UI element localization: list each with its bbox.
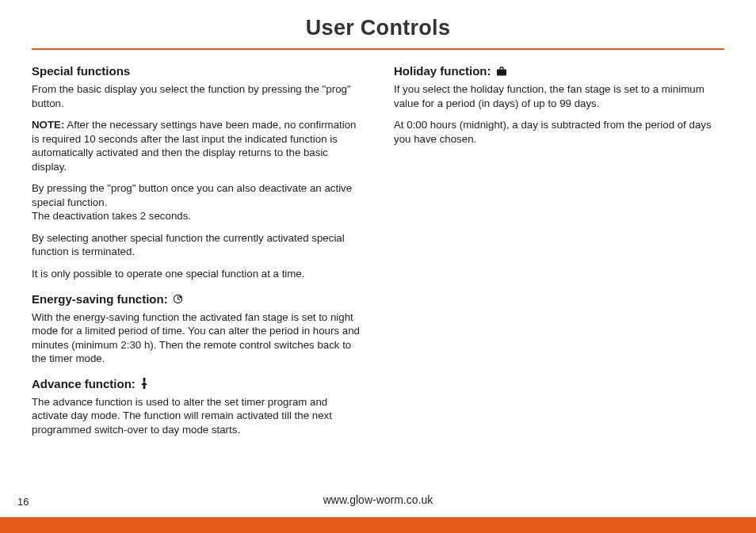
heading-advance: Advance function: — [32, 377, 362, 390]
paragraph: It is only possible to operate one speci… — [32, 267, 362, 281]
svg-marker-2 — [141, 382, 147, 385]
svg-rect-1 — [143, 378, 145, 382]
svg-rect-4 — [497, 69, 506, 75]
two-column-layout: Special functions From the basic display… — [32, 64, 724, 444]
note-label: NOTE: — [32, 119, 64, 131]
heading-energy-saving: Energy-saving function: — [32, 292, 362, 306]
paragraph: If you select the holiday function, the … — [394, 82, 724, 110]
line: The deactivation takes 2 seconds. — [32, 210, 191, 222]
heading-holiday: Holiday function: — [394, 64, 724, 78]
paragraph: From the basic display you select the fu… — [32, 82, 362, 110]
moon-clock-icon — [173, 294, 183, 304]
paragraph: By pressing the "prog" button once you c… — [32, 181, 362, 223]
paragraph: At 0:00 hours (midnight), a day is subtr… — [394, 118, 724, 146]
right-column: Holiday function: If you select the holi… — [394, 64, 724, 444]
suitcase-icon — [496, 67, 507, 76]
footer-accent-bar — [0, 517, 756, 533]
title-rule — [32, 48, 724, 50]
svg-rect-3 — [143, 385, 145, 389]
heading-text: Advance function: — [32, 377, 136, 390]
heading-text: Special functions — [32, 64, 130, 78]
document-page: User Controls Special functions From the… — [0, 0, 756, 533]
left-column: Special functions From the basic display… — [32, 64, 362, 444]
heading-text: Energy-saving function: — [32, 292, 168, 306]
page-title: User Controls — [32, 16, 724, 40]
page-number: 16 — [17, 496, 29, 508]
line: By pressing the "prog" button once you c… — [32, 182, 352, 208]
paragraph-note: NOTE: After the necessary settings have … — [32, 118, 362, 173]
note-body: After the necessary settings have been m… — [32, 119, 356, 173]
advance-icon — [140, 378, 148, 389]
paragraph: By selecting another special function th… — [32, 231, 362, 259]
heading-special-functions: Special functions — [32, 64, 362, 78]
footer-url: www.glow-worm.co.uk — [0, 493, 756, 506]
heading-text: Holiday function: — [394, 64, 491, 78]
paragraph: The advance function is used to alter th… — [32, 395, 362, 437]
paragraph: With the energy-saving function the acti… — [32, 310, 362, 366]
